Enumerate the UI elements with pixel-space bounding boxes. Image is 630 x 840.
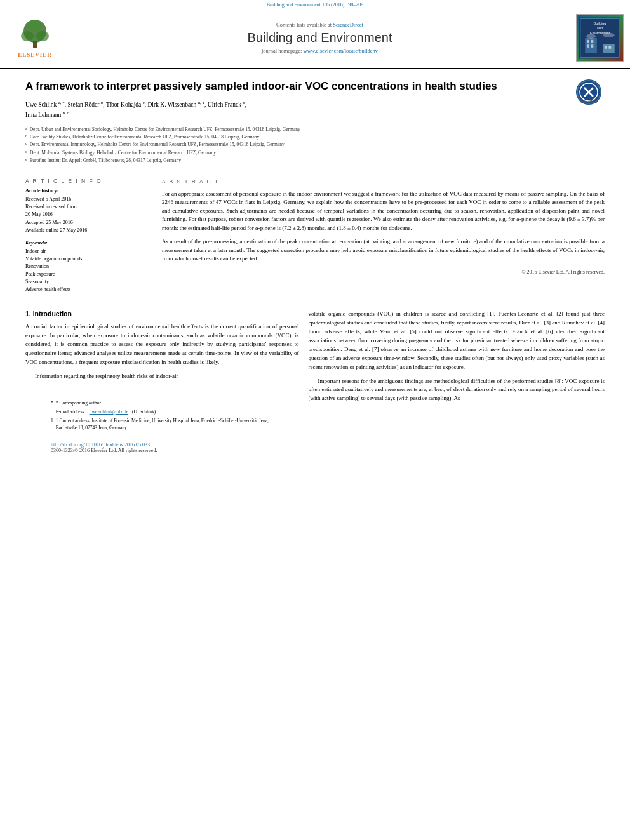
received-revised-date: 20 May 2016 xyxy=(25,211,142,218)
issn-line: 0360-1323/© 2016 Elsevier Ltd. All right… xyxy=(51,448,274,453)
accepted-date: Accepted 25 May 2016 xyxy=(25,219,142,226)
doi-text: Building and Environment 105 (2016) 198–… xyxy=(267,2,364,8)
affiliations: a Dept. Urban and Environmental Sociolog… xyxy=(25,126,605,164)
note1: 1 1 Current address: Institute of Forens… xyxy=(51,417,274,432)
svg-point-3 xyxy=(36,31,49,41)
svg-text:CrossMark: CrossMark xyxy=(580,100,597,103)
svg-rect-14 xyxy=(587,44,589,48)
note1-text: 1 Current address: Institute of Forensic… xyxy=(56,417,274,432)
keyword-2: Volatile organic compounds xyxy=(25,255,142,263)
email-note: E-mail address: uwe.schlink@ufz.de (U. S… xyxy=(51,408,274,415)
affil-e: e Eurofins Institut Dr. Appelt GmbH, Täu… xyxy=(25,157,605,164)
article-info-abstract-section: A R T I C L E I N F O Article history: R… xyxy=(0,171,630,300)
affil-a: a Dept. Urban and Environmental Sociolog… xyxy=(25,126,605,133)
article-info-column: A R T I C L E I N F O Article history: R… xyxy=(25,178,152,293)
article-info-header: A R T I C L E I N F O xyxy=(25,178,142,184)
bottom-links: http://dx.doi.org/10.1016/j.buildenv.201… xyxy=(25,439,299,456)
sciencedirect-line: Contents lists available at ScienceDirec… xyxy=(70,22,570,28)
authors-line: Uwe Schlink a, *, Stefan Röder b, Tibor … xyxy=(25,100,605,121)
keywords-label: Keywords: xyxy=(25,240,142,246)
article-header: A framework to interpret passively sampl… xyxy=(0,69,630,171)
doi-link[interactable]: http://dx.doi.org/10.1016/j.buildenv.201… xyxy=(51,442,274,448)
journal-banner: ELSEVIER Contents lists available at Sci… xyxy=(0,10,630,65)
crossmark-logo: CrossMark xyxy=(576,79,605,108)
intro-section-title: 1. Introduction xyxy=(25,310,299,317)
svg-rect-17 xyxy=(608,46,611,49)
elsevier-logo: ELSEVIER xyxy=(6,18,64,58)
journal-header: Building and Environment 105 (2016) 198–… xyxy=(0,0,630,69)
svg-rect-12 xyxy=(587,39,589,43)
elsevier-name: ELSEVIER xyxy=(18,51,52,58)
doi-bar: Building and Environment 105 (2016) 198–… xyxy=(0,0,630,10)
intro-body-text: A crucial factor in epidemiological stud… xyxy=(25,323,299,381)
received-revised-label: Received in revised form xyxy=(25,203,142,210)
affil-c: c Dept. Environmental Immunology, Helmho… xyxy=(25,141,605,148)
journal-title-main: Building and Environment xyxy=(70,30,570,45)
abstract-paragraph-1: For an appropriate assessment of persona… xyxy=(162,190,605,233)
svg-rect-16 xyxy=(605,46,607,49)
svg-point-19 xyxy=(603,32,615,37)
crossmark-circle: CrossMark xyxy=(576,79,601,105)
available-date: Available online 27 May 2016 xyxy=(25,227,142,234)
affil-b: b Core Facility Studies, Helmholtz Centr… xyxy=(25,133,605,140)
keyword-5: Seasonality xyxy=(25,278,142,286)
right-paragraph-2: Important reasons for the ambiguous find… xyxy=(309,377,605,404)
svg-text:and: and xyxy=(597,26,603,30)
affil-d: d Dept. Molecular Systems Biology, Helmh… xyxy=(25,149,605,156)
body-content: 1. Introduction A crucial factor in epid… xyxy=(0,300,630,465)
svg-rect-15 xyxy=(591,44,594,48)
keyword-1: Indoor-air xyxy=(25,248,142,255)
svg-rect-10 xyxy=(585,38,597,53)
email-label: E-mail address: xyxy=(56,408,86,415)
intro-paragraph-1: A crucial factor in epidemiological stud… xyxy=(25,323,299,367)
keyword-6: Adverse health effects xyxy=(25,286,142,293)
copyright-line: © 2016 Elsevier Ltd. All rights reserved… xyxy=(162,269,605,276)
intro-paragraph-2: Information regarding the respiratory he… xyxy=(25,372,299,381)
corresponding-author-text: * Corresponding author. xyxy=(56,399,102,406)
svg-point-18 xyxy=(586,34,596,38)
body-right-column: volatile organic compounds (VOC) in chil… xyxy=(309,310,605,456)
sciencedirect-link[interactable]: ScienceDirect xyxy=(333,22,363,28)
email-suffix: (U. Schlink). xyxy=(132,408,157,415)
right-paragraph-1: volatile organic compounds (VOC) in chil… xyxy=(309,310,605,372)
abstract-column: A B S T R A C T For an appropriate asses… xyxy=(152,178,605,293)
received-date: Received 5 April 2016 xyxy=(25,196,142,203)
homepage-line: journal homepage: www.elsevier.com/locat… xyxy=(70,48,570,54)
body-left-column: 1. Introduction A crucial factor in epid… xyxy=(25,310,299,456)
journal-cover-image: Building and Environment xyxy=(576,14,624,62)
keyword-4: Peak exposure xyxy=(25,270,142,278)
elsevier-tree-graphic xyxy=(16,18,54,50)
history-label: Article history: xyxy=(25,188,142,194)
corresponding-author-note: * * Corresponding author. xyxy=(51,399,274,406)
footnote-sym-1: 1 xyxy=(51,417,53,432)
journal-center: Contents lists available at ScienceDirec… xyxy=(70,22,570,54)
keyword-3: Renovation xyxy=(25,263,142,270)
abstract-paragraph-2: As a result of the pre-processing, an es… xyxy=(162,237,605,263)
keywords-section: Keywords: Indoor-air Volatile organic co… xyxy=(25,240,142,293)
svg-text:Building: Building xyxy=(594,21,607,25)
svg-point-2 xyxy=(21,31,34,41)
abstract-header: A B S T R A C T xyxy=(162,178,605,186)
svg-point-4 xyxy=(29,20,41,32)
email-label-text xyxy=(51,408,53,415)
abstract-text: For an appropriate assessment of persona… xyxy=(162,190,605,276)
svg-rect-13 xyxy=(591,39,594,43)
article-title: A framework to interpret passively sampl… xyxy=(25,79,605,93)
footnote-sym-star: * xyxy=(51,399,53,406)
right-body-text: volatile organic compounds (VOC) in chil… xyxy=(309,310,605,403)
email-link[interactable]: uwe.schlink@ufz.de xyxy=(90,408,128,415)
homepage-link[interactable]: www.elsevier.com/locate/buildenv xyxy=(304,48,378,54)
footnotes: * * Corresponding author. E-mail address… xyxy=(25,394,299,439)
